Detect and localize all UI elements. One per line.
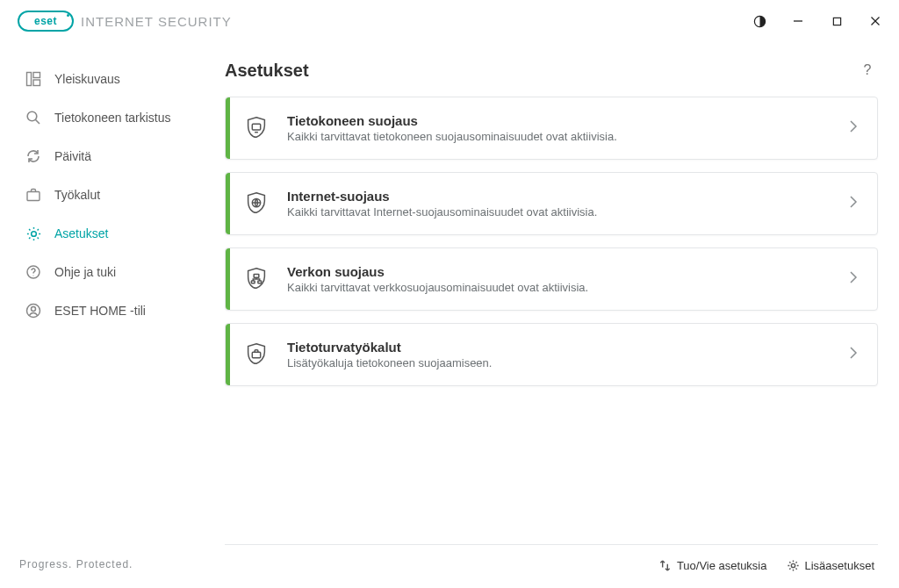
svg-point-15 [32, 307, 36, 312]
card-title: Tietoturvatyökalut [287, 340, 838, 355]
card-title: Verkon suojaus [287, 264, 838, 279]
maximize-button[interactable] [829, 13, 845, 29]
import-export-icon [658, 559, 672, 572]
sidebar-item-account[interactable]: ESET HOME -tili [0, 291, 225, 330]
chevron-right-icon [838, 346, 858, 363]
svg-rect-10 [27, 192, 40, 201]
card-security-tools[interactable]: Tietoturvatyökalut Lisätyökaluja tietoko… [225, 323, 878, 386]
search-icon [25, 109, 42, 126]
brand-text: eset [34, 15, 57, 27]
svg-point-8 [27, 111, 37, 121]
chevron-right-icon [838, 195, 858, 212]
sidebar-item-label: Asetukset [54, 226, 108, 240]
shield-globe-icon [226, 190, 287, 217]
shield-network-icon [226, 266, 287, 292]
sidebar-item-scan[interactable]: Tietokoneen tarkistus [0, 98, 225, 137]
brand-logo: eset INTERNET SECURITY [18, 11, 232, 32]
dashboard-icon [25, 70, 42, 88]
card-title: Tietokoneen suojaus [287, 113, 838, 128]
card-subtitle: Kaikki tarvittavat Internet-suojausomina… [287, 205, 838, 219]
close-button[interactable] [867, 13, 883, 29]
svg-point-23 [791, 563, 795, 567]
svg-rect-16 [252, 124, 260, 130]
briefcase-icon [25, 186, 42, 204]
sidebar-item-label: Ohje ja tuki [54, 265, 116, 279]
svg-rect-2 [833, 18, 840, 25]
gear-icon [787, 559, 800, 572]
svg-line-9 [36, 120, 40, 125]
refresh-icon [25, 147, 42, 165]
sidebar-item-label: Päivitä [54, 149, 91, 163]
svg-rect-7 [33, 80, 40, 86]
sidebar-item-overview[interactable]: Yleiskuvaus [0, 60, 225, 98]
shield-monitor-icon [226, 115, 287, 141]
minimize-button[interactable] [790, 13, 806, 29]
help-icon [25, 263, 42, 281]
sidebar-item-settings[interactable]: Asetukset [0, 214, 225, 253]
card-title: Internet-suojaus [287, 189, 838, 204]
user-icon [25, 302, 42, 319]
sidebar-item-help[interactable]: Ohje ja tuki [0, 253, 225, 291]
card-internet-protection[interactable]: Internet-suojaus Kaikki tarvittavat Inte… [225, 172, 878, 235]
svg-rect-6 [33, 73, 40, 78]
gear-icon [25, 225, 42, 242]
card-subtitle: Kaikki tarvittavat tietokoneen suojausom… [287, 130, 838, 143]
shield-briefcase-icon [226, 341, 287, 368]
advanced-settings-link[interactable]: Lisäasetukset [787, 559, 875, 572]
svg-point-13 [32, 275, 33, 276]
footer-link-label: Lisäasetukset [805, 559, 875, 572]
svg-rect-5 [27, 73, 32, 86]
sidebar-item-update[interactable]: Päivitä [0, 137, 225, 176]
import-export-link[interactable]: Tuo/Vie asetuksia [658, 559, 767, 572]
footer-link-label: Tuo/Vie asetuksia [677, 559, 767, 572]
card-subtitle: Kaikki tarvittavat verkkosuojausominaisu… [287, 281, 838, 294]
brand-badge: eset [18, 11, 74, 32]
tagline: Progress. Protected. [0, 541, 225, 588]
card-computer-protection[interactable]: Tietokoneen suojaus Kaikki tarvittavat t… [225, 97, 878, 160]
page-title: Asetukset [225, 61, 309, 81]
product-name: INTERNET SECURITY [81, 14, 232, 29]
svg-rect-20 [251, 281, 255, 283]
sidebar-item-label: ESET HOME -tili [54, 304, 146, 318]
svg-rect-19 [254, 274, 259, 277]
chevron-right-icon [838, 119, 858, 137]
svg-point-11 [31, 231, 36, 236]
sidebar-item-label: Työkalut [54, 188, 100, 202]
sidebar-item-label: Yleiskuvaus [54, 72, 120, 86]
svg-rect-21 [258, 281, 262, 283]
page-help-button[interactable]: ? [857, 60, 878, 81]
svg-rect-22 [252, 352, 260, 358]
card-network-protection[interactable]: Verkon suojaus Kaikki tarvittavat verkko… [225, 247, 878, 311]
contrast-icon[interactable] [752, 13, 767, 29]
sidebar-item-label: Tietokoneen tarkistus [54, 111, 171, 125]
chevron-right-icon [838, 270, 858, 288]
sidebar-item-tools[interactable]: Työkalut [0, 176, 225, 214]
card-subtitle: Lisätyökaluja tietokoneen suojaamiseen. [287, 356, 838, 369]
